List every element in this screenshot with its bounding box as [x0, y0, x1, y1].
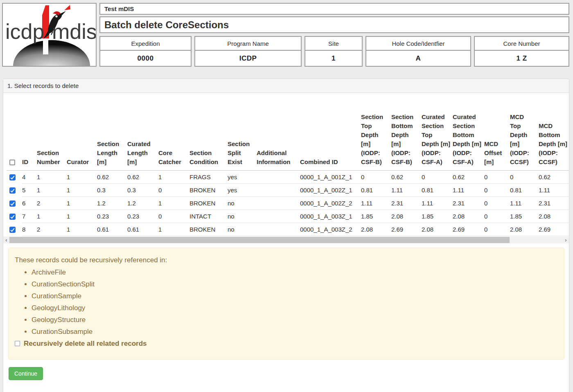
row-checkbox[interactable]: [9, 214, 16, 220]
scroll-left-icon[interactable]: ‹: [3, 237, 9, 243]
header-right: Test mDIS Batch delete CoreSections Expe…: [99, 3, 569, 67]
table-row: 6211.21.21BROKENno0000_1_A_002Z_21.112.3…: [7, 196, 569, 210]
cell: 0: [422, 170, 453, 183]
cell: 0.81: [510, 183, 539, 196]
table-header-row: ID Section Number Curator Section Length…: [7, 98, 569, 170]
cell: 1: [37, 183, 67, 196]
column-header-curated-section-top-depth: Curated Section Top Depth [m] (IODP: CSF…: [422, 98, 453, 170]
column-header-curator: Curator: [67, 98, 97, 170]
row-checkbox-cell: [7, 223, 22, 236]
cell: 0.61: [127, 223, 158, 236]
cell: 2.08: [391, 210, 422, 223]
table-row: 8210.610.611BROKENno0000_1_A_003Z_22.082…: [7, 223, 569, 236]
cell: 0: [484, 210, 510, 223]
logo-text-icdp: icdp: [5, 20, 44, 43]
select-all-cell: [7, 98, 22, 170]
cell: BROKEN: [189, 223, 228, 236]
cell: 1: [37, 170, 67, 183]
field-expedition-value: 0000: [100, 51, 191, 66]
field-hole-code-value: A: [366, 51, 470, 66]
cell: BROKEN: [189, 196, 228, 210]
recursive-delete-checkbox[interactable]: [15, 341, 20, 346]
cell: 0000_1_A_003Z_2: [300, 223, 361, 236]
cell: no: [228, 196, 257, 210]
field-site-value: 1: [305, 51, 362, 66]
cell: 6: [22, 196, 37, 210]
cell: 5: [22, 183, 37, 196]
cell: 7: [22, 210, 37, 223]
cell: 1.11: [361, 196, 391, 210]
column-header-mcd-top-depth: MCD Top Depth [m] (IODP: CCSF): [510, 98, 539, 170]
column-header-id: ID: [22, 98, 37, 170]
cell: 0.61: [97, 223, 127, 236]
cell: yes: [228, 183, 257, 196]
field-site-label: Site: [305, 37, 362, 51]
cell: 2: [37, 196, 67, 210]
column-header-curated-section-bottom-depth: Curated Section Bottom Depth [m] (IODP: …: [453, 98, 484, 170]
cell: no: [228, 210, 257, 223]
column-header-section-split-exist: Section Split Exist: [228, 98, 257, 170]
continue-button[interactable]: Continue: [9, 367, 43, 380]
logo-text-mdis: mdis: [52, 20, 96, 43]
cell: 4: [22, 170, 37, 183]
warning-box: These records could be recursively refer…: [8, 248, 564, 360]
cell: 1.11: [539, 183, 569, 196]
cell: 1: [67, 210, 97, 223]
scroll-right-icon[interactable]: ›: [563, 237, 569, 243]
cell: 0: [484, 183, 510, 196]
cell: 1.2: [97, 196, 127, 210]
column-header-section-bottom-depth: Section Bottom Depth [m] (IODP: CSF-B): [391, 98, 422, 170]
main-panel: 1. Select records to delete ID Section N…: [3, 79, 569, 392]
warning-intro: These records could be recursively refer…: [15, 256, 558, 264]
header-fields: Expedition 0000 Program Name ICDP Site 1…: [99, 36, 569, 67]
cell: 1.11: [510, 196, 539, 210]
warning-list-item: CurationSubsample: [32, 328, 558, 336]
recursive-delete-row: Recursively delete all related records: [15, 340, 558, 348]
cell: 0.81: [361, 183, 391, 196]
cell: 0: [510, 170, 539, 183]
field-site: Site 1: [305, 36, 363, 67]
cell: 1: [67, 183, 97, 196]
cell: 2.31: [391, 196, 422, 210]
cell: no: [228, 223, 257, 236]
field-hole-code: Hole Code/Identfier A: [365, 36, 471, 67]
cell: 0.23: [97, 210, 127, 223]
cell: [257, 183, 300, 196]
row-checkbox[interactable]: [9, 187, 16, 194]
warning-list: ArchiveFile CurationSectionSplit Curatio…: [15, 268, 558, 336]
cell: 0: [158, 183, 189, 196]
cell: 2.08: [361, 223, 391, 236]
column-header-section-condition: Section Condition: [189, 98, 228, 170]
column-header-mcd-bottom-depth: MCD Bottom Depth [m] (IODP: CCSF): [539, 98, 569, 170]
field-expedition: Expedition 0000: [99, 36, 192, 67]
cell: 2.69: [453, 223, 484, 236]
cell: 0000_1_A_001Z_1: [300, 170, 361, 183]
cell: 1.85: [422, 210, 453, 223]
table-row: 5110.30.30BROKENyes0000_1_A_002Z_10.811.…: [7, 183, 569, 196]
cell: 0000_1_A_003Z_1: [300, 210, 361, 223]
cell: 0: [158, 210, 189, 223]
field-core-number-value: 1 Z: [475, 51, 568, 66]
cell: 0.23: [127, 210, 158, 223]
cell: 2.08: [453, 210, 484, 223]
column-header-additional-information: Additional Information: [257, 98, 300, 170]
field-program-name-label: Program Name: [195, 37, 301, 51]
cell: 1: [37, 210, 67, 223]
horizontal-scrollbar[interactable]: ‹ ›: [3, 237, 569, 243]
row-checkbox[interactable]: [9, 174, 16, 180]
cell: 8: [22, 223, 37, 236]
select-all-checkbox[interactable]: [9, 160, 15, 165]
row-checkbox[interactable]: [9, 201, 16, 207]
icdp-mdis-logo-graphic: icdp mdis: [3, 4, 96, 66]
cell: 1.11: [453, 183, 484, 196]
cell: 0.62: [127, 170, 158, 183]
scrollbar-thumb[interactable]: [9, 237, 510, 243]
cell: 2: [37, 223, 67, 236]
cell: 2.31: [453, 196, 484, 210]
row-checkbox[interactable]: [9, 227, 16, 233]
cell: 1: [158, 170, 189, 183]
table-row: 4110.620.621FRAGSyes0000_1_A_001Z_100.62…: [7, 170, 569, 183]
records-table-wrap: ID Section Number Curator Section Length…: [3, 93, 569, 236]
records-table: ID Section Number Curator Section Length…: [7, 98, 569, 236]
field-core-number: Core Number 1 Z: [474, 36, 569, 67]
